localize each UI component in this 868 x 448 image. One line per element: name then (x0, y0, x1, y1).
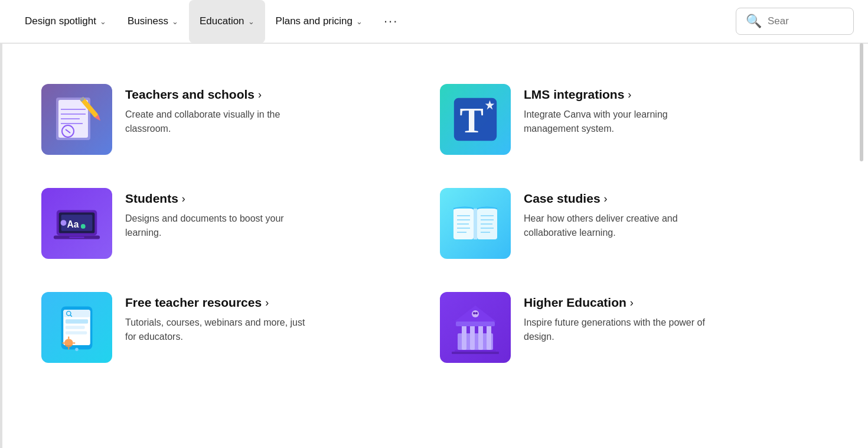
nav-design-spotlight[interactable]: Design spotlight ⌄ (14, 0, 117, 43)
search-icon: 🔍 (746, 14, 762, 29)
menu-item-students[interactable]: Aa Students › Designs and documents to b… (35, 171, 434, 275)
lms-illustration: T (449, 93, 501, 145)
svg-point-57 (473, 312, 475, 314)
chevron-down-icon: ⌄ (248, 17, 254, 26)
scrollbar[interactable] (860, 43, 863, 161)
svg-point-56 (472, 310, 479, 317)
teachers-schools-text: Teachers and schools › Create and collab… (125, 84, 410, 136)
nav-more-button[interactable]: ··· (373, 0, 409, 43)
chevron-down-icon: ⌄ (100, 17, 106, 26)
svg-rect-53 (487, 324, 491, 350)
svg-point-48 (75, 348, 78, 351)
svg-rect-40 (66, 319, 88, 323)
svg-rect-42 (66, 331, 87, 334)
lms-title: LMS integrations › (524, 87, 809, 102)
navbar: Design spotlight ⌄ Business ⌄ Education … (0, 0, 868, 43)
nav-plans-pricing[interactable]: Plans and pricing ⌄ (265, 0, 373, 43)
lms-text: LMS integrations › Integrate Canva with … (524, 84, 809, 136)
thumbnail-students: Aa (41, 188, 112, 259)
case-studies-illustration (449, 197, 502, 250)
svg-rect-50 (462, 324, 466, 350)
lms-desc: Integrate Canva with your learning manag… (524, 108, 713, 136)
case-studies-text: Case studies › Hear how others deliver c… (524, 188, 809, 240)
thumbnail-case-studies (440, 188, 511, 259)
menu-item-teachers-schools[interactable]: Teachers and schools › Create and collab… (35, 67, 434, 171)
svg-point-43 (64, 339, 73, 348)
svg-text:T: T (460, 100, 484, 140)
teachers-schools-title: Teachers and schools › (125, 87, 410, 102)
resources-illustration (53, 299, 101, 356)
svg-rect-51 (470, 324, 475, 350)
free-teacher-resources-desc: Tutorials, courses, webinars and more, j… (125, 316, 314, 344)
menu-item-free-teacher-resources[interactable]: Free teacher resources › Tutorials, cour… (35, 275, 434, 379)
nav-education[interactable]: Education ⌄ (189, 0, 265, 43)
search-bar[interactable]: 🔍 (736, 8, 854, 35)
higher-education-desc: Inspire future generations with the powe… (524, 316, 713, 344)
students-text: Students › Designs and documents to boos… (125, 188, 410, 240)
arrow-icon: › (630, 297, 634, 309)
menu-item-lms-integrations[interactable]: T LMS integrations › Integrate Canva wit… (434, 67, 833, 171)
left-border-accent (0, 43, 2, 448)
svg-point-18 (61, 220, 67, 226)
thumbnail-teachers-schools (41, 84, 112, 155)
nav-business[interactable]: Business ⌄ (117, 0, 189, 43)
menu-item-higher-education[interactable]: Higher Education › Inspire future genera… (434, 275, 833, 379)
svg-rect-52 (478, 324, 483, 350)
chevron-down-icon: ⌄ (356, 17, 363, 26)
arrow-icon: › (628, 89, 631, 101)
nav-business-label: Business (128, 15, 168, 27)
svg-text:Aa: Aa (67, 219, 79, 229)
teachers-schools-illustration (50, 93, 103, 146)
higher-education-title: Higher Education › (524, 296, 809, 310)
case-studies-title: Case studies › (524, 191, 809, 206)
case-studies-desc: Hear how others deliver creative and col… (524, 212, 713, 240)
chevron-down-icon: ⌄ (172, 17, 178, 26)
nav-more-label: ··· (384, 14, 398, 29)
svg-point-19 (81, 224, 86, 229)
thumbnail-free-teacher-resources (41, 292, 112, 363)
svg-rect-60 (452, 352, 499, 354)
menu-item-case-studies[interactable]: Case studies › Hear how others deliver c… (434, 171, 833, 275)
students-title: Students › (125, 191, 410, 206)
higher-education-text: Higher Education › Inspire future genera… (524, 292, 809, 344)
svg-rect-24 (474, 209, 477, 239)
search-input[interactable] (768, 15, 838, 27)
thumbnail-higher-education (440, 292, 511, 363)
svg-point-58 (475, 312, 478, 314)
arrow-icon: › (182, 193, 185, 205)
students-desc: Designs and documents to boost your lear… (125, 212, 314, 240)
free-teacher-resources-title: Free teacher resources › (125, 296, 410, 310)
higher-education-illustration (449, 301, 502, 354)
svg-rect-37 (63, 310, 90, 317)
arrow-icon: › (265, 297, 269, 309)
nav-plans-pricing-label: Plans and pricing (276, 15, 353, 27)
nav-education-label: Education (200, 15, 244, 27)
teachers-schools-desc: Create and collaborate visually in the c… (125, 108, 314, 136)
education-dropdown: Teachers and schools › Create and collab… (0, 43, 868, 409)
svg-rect-54 (456, 322, 495, 326)
arrow-icon: › (258, 89, 262, 101)
svg-rect-21 (69, 236, 84, 238)
svg-rect-41 (66, 326, 85, 329)
thumbnail-lms: T (440, 84, 511, 155)
free-teacher-resources-text: Free teacher resources › Tutorials, cour… (125, 292, 410, 344)
arrow-icon: › (604, 193, 608, 205)
students-illustration: Aa (51, 197, 103, 249)
nav-design-spotlight-label: Design spotlight (25, 15, 96, 27)
